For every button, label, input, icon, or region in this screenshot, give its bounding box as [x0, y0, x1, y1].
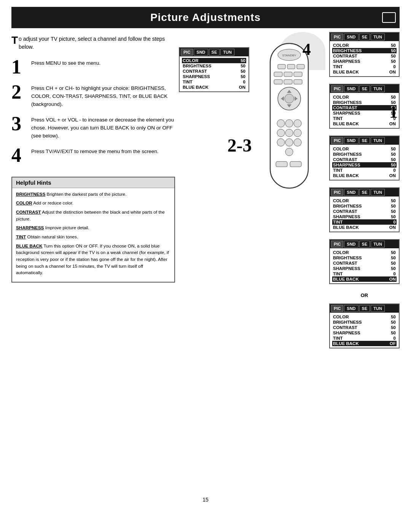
tab-snd-3: SND — [344, 85, 358, 92]
right-menus: PIC SND SE TUN COLOR50 BRIGHTNESS50 CONT… — [329, 32, 400, 351]
menu-row-tint-7: TINT0 — [332, 335, 397, 341]
intro-paragraph: T o adjust your TV picture, select a cha… — [11, 32, 175, 51]
tab-tun-7: TUN — [371, 305, 385, 312]
menu-row-tint-5: TINT0 — [332, 219, 397, 225]
tab-snd-1: SND — [194, 49, 208, 56]
svg-point-19 — [285, 120, 293, 127]
menu-rows-2: COLOR50 BRIGHTNESS50 CONTRAST50 SHARPNES… — [330, 41, 399, 76]
tab-pic-7: PIC — [331, 305, 343, 312]
tab-tun-1: TUN — [220, 49, 234, 56]
menu-rows-6: COLOR50 BRIGHTNESS50 CONTRAST50 SHARPNES… — [330, 248, 399, 283]
tab-set-7: SE — [359, 305, 370, 312]
svg-point-18 — [277, 120, 285, 127]
tab-tun-3: TUN — [371, 85, 385, 92]
svg-point-20 — [294, 120, 301, 127]
remote-control: STANDBY — [259, 36, 320, 201]
menu-row-contrast-1: CONTRAST50 — [182, 69, 246, 74]
tab-pic-3: PIC — [331, 85, 343, 92]
hint-term-contrast: CONTRAST — [16, 209, 41, 215]
tab-snd-5: SND — [344, 189, 358, 196]
step-number-4: 4 — [11, 145, 27, 165]
hint-term-color: COLOR — [16, 200, 32, 206]
helpful-hints-title: Helpful Hints — [12, 177, 174, 188]
step-text-1: Press MENU to see the menu. — [31, 57, 100, 67]
tab-pic-2: PIC — [331, 34, 343, 40]
svg-point-21 — [277, 129, 285, 137]
menu-row-color-3: COLOR50 — [332, 94, 397, 100]
menu-row-brightness-6: BRIGHTNESS50 — [332, 255, 397, 260]
helpful-hints-box: Helpful Hints BRIGHTNESS Brighten the da… — [11, 177, 175, 283]
menu-tabs-6: PIC SND SE TUN — [330, 240, 399, 248]
page-title: Picture Adjustments — [11, 7, 400, 28]
menu-row-blueback-2: BLUE BACKON — [332, 69, 397, 75]
menu-row-brightness-5: BRIGHTNESS50 — [332, 203, 397, 209]
svg-point-17 — [285, 94, 294, 103]
menu-row-tint-1: TINT0 — [182, 79, 246, 85]
svg-rect-6 — [274, 72, 282, 77]
menu-row-sharpness-1: SHARPNESS50 — [182, 74, 246, 79]
menu-row-blueback-3: BLUE BACKON — [332, 121, 397, 126]
tab-set-4: SE — [359, 137, 370, 144]
menu-row-blueback-6: BLUE BACKON — [332, 276, 397, 282]
step-text-2: Press CH + or CH- to highlight your choi… — [31, 82, 175, 109]
step-2: 2 Press CH + or CH- to highlight your ch… — [11, 82, 175, 109]
menu-row-blueback-4: BLUE BACKON — [332, 173, 397, 178]
tab-snd-4: SND — [344, 137, 358, 144]
menu-row-color-2: COLOR50 — [332, 43, 397, 48]
menu-row-sharpness-7: SHARPNESS50 — [332, 330, 397, 335]
menu-row-sharpness-4: SHARPNESS50 — [332, 162, 397, 168]
menu-tabs-7: PIC SND SE TUN — [330, 304, 399, 313]
tab-pic-1: PIC — [181, 49, 193, 56]
tab-tun-2: TUN — [371, 34, 385, 40]
menu-row-blueback-1: BLUE BACKON — [182, 85, 246, 90]
hint-term-sharpness: SHARPNESS — [16, 225, 44, 230]
tv-menu-2: PIC SND SE TUN COLOR50 BRIGHTNESS50 CONT… — [329, 32, 400, 77]
menu-row-contrast-2: CONTRAST50 — [332, 53, 397, 59]
svg-rect-7 — [284, 72, 292, 77]
menu-rows-4: COLOR50 BRIGHTNESS50 CONTRAST50 SHARPNES… — [330, 145, 399, 180]
menu-row-color-7: COLOR50 — [332, 314, 397, 320]
menu-row-contrast-7: CONTRAST50 — [332, 325, 397, 330]
svg-rect-10 — [284, 80, 292, 84]
menu-tabs-5: PIC SND SE TUN — [330, 188, 399, 197]
svg-point-26 — [294, 139, 301, 146]
step-4: 4 Press TV/AV/EXIT to remove the menu fr… — [11, 145, 175, 165]
menu-row-blueback-5: BLUE BACKON — [332, 225, 397, 230]
tab-set-6: SE — [359, 241, 370, 248]
menu-row-contrast-4: CONTRAST50 — [332, 157, 397, 162]
svg-point-23 — [294, 129, 301, 137]
tab-set-3: SE — [359, 85, 370, 92]
tv-menu-4: PIC SND SE TUN COLOR50 BRIGHTNESS50 CONT… — [329, 136, 400, 181]
svg-rect-4 — [287, 64, 295, 69]
menu-row-color-4: COLOR50 — [332, 146, 397, 152]
tv-menu-5: PIC SND SE TUN COLOR50 BRIGHTNESS50 CONT… — [329, 187, 400, 232]
step-number-2: 2 — [11, 82, 27, 102]
step-overlay-4: 4 — [303, 40, 311, 59]
menu-tabs-3: PIC SND SE TUN — [330, 85, 399, 93]
svg-point-22 — [285, 129, 293, 137]
right-column: PIC SND SE TUN COLOR50 BRIGHTNESS50 CONT… — [179, 32, 400, 489]
step-text-4: Press TV/AV/EXIT to remove the menu from… — [31, 145, 159, 156]
tab-tun-4: TUN — [371, 137, 385, 144]
hint-contrast: CONTRAST Adjust the distinction between … — [16, 209, 170, 222]
svg-rect-3 — [278, 64, 285, 69]
tab-pic-5: PIC — [331, 189, 343, 196]
tab-tun-5: TUN — [371, 189, 385, 196]
tab-snd-6: SND — [344, 241, 358, 248]
hint-term-blueback: BLUE BACK — [16, 243, 42, 249]
tab-tun-6: TUN — [371, 241, 385, 248]
svg-text:STANDBY: STANDBY — [282, 54, 296, 57]
menu-row-brightness-2: BRIGHTNESS50 — [332, 48, 397, 53]
hint-color: COLOR Add or reduce color. — [16, 200, 170, 207]
tv-menu-1: PIC SND SE TUN COLOR50 BRIGHTNESS50 CONT… — [179, 47, 249, 92]
menu-row-brightness-4: BRIGHTNESS50 — [332, 152, 397, 157]
tab-set-2: SE — [359, 34, 370, 40]
menu-tabs-1: PIC SND SE TUN — [180, 48, 249, 56]
page-number: 15 — [0, 497, 411, 503]
step-1: 1 Press MENU to see the menu. — [11, 57, 175, 77]
menu-row-brightness-1: BRIGHTNESS50 — [182, 63, 246, 69]
menu-tabs-4: PIC SND SE TUN — [330, 136, 399, 145]
svg-point-24 — [277, 139, 285, 146]
svg-rect-5 — [297, 64, 304, 69]
tab-pic-6: PIC — [331, 241, 343, 248]
